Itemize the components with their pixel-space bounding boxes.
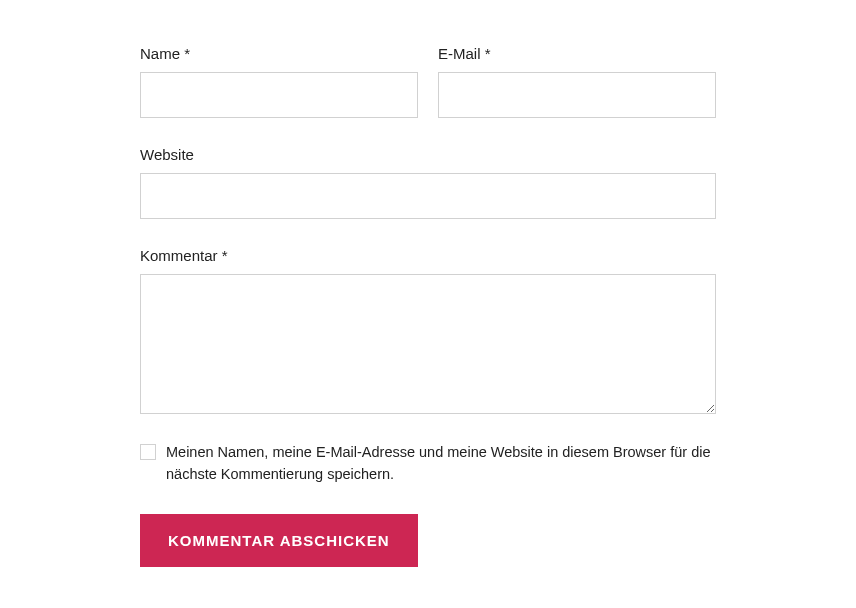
website-input[interactable] (140, 173, 716, 219)
name-input[interactable] (140, 72, 418, 118)
required-mark: * (222, 247, 228, 264)
comment-textarea[interactable] (140, 274, 716, 414)
email-input[interactable] (438, 72, 716, 118)
email-field-group: E-Mail * (438, 45, 716, 118)
save-info-checkbox[interactable] (140, 444, 156, 460)
email-label: E-Mail * (438, 45, 716, 62)
submit-button[interactable]: Kommentar abschicken (140, 514, 418, 567)
name-field-group: Name * (140, 45, 418, 118)
comment-field-group: Kommentar * (140, 247, 716, 414)
required-mark: * (184, 45, 190, 62)
name-label: Name * (140, 45, 418, 62)
website-label: Website (140, 146, 716, 163)
comment-label: Kommentar * (140, 247, 716, 264)
website-field-group: Website (140, 146, 716, 219)
required-mark: * (485, 45, 491, 62)
comment-form: Name * E-Mail * Website Kommentar * Mein… (140, 45, 716, 567)
save-info-row: Meinen Namen, meine E-Mail-Adresse und m… (140, 442, 716, 486)
save-info-label[interactable]: Meinen Namen, meine E-Mail-Adresse und m… (166, 442, 716, 486)
